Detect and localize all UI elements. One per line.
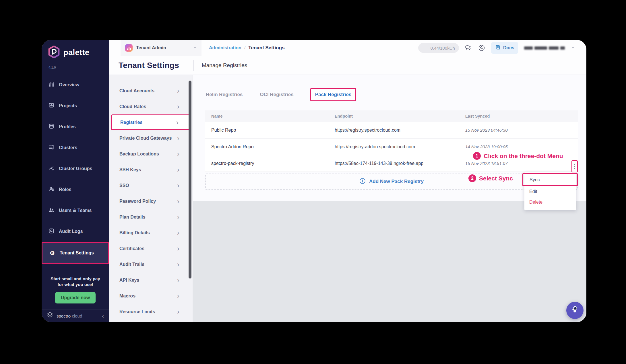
sidebar-item-label: Cluster Groups (59, 166, 92, 171)
docs-button[interactable]: Docs (491, 42, 518, 54)
topbar: Tenant Admin Administration / Tenant Set… (109, 40, 586, 56)
settings-item-registries[interactable]: Registries› (111, 114, 191, 130)
user-menu-chevron-icon[interactable] (571, 45, 575, 51)
docs-label: Docs (503, 45, 514, 50)
scope-label: Tenant Admin (136, 45, 189, 50)
promo-line1: Start small and only pay (42, 276, 109, 282)
settings-item-label: SSH Keys (119, 167, 141, 172)
settings-item-audit-trails[interactable]: Audit Trails› (111, 256, 191, 272)
credits-meter: 0.44/100kCh (418, 43, 459, 53)
step-2-text: Select Sync (479, 175, 513, 182)
step-1-text: Click on the three-dot Menu (484, 153, 563, 159)
settings-item-sso[interactable]: SSO› (111, 178, 191, 193)
settings-item-label: Macros (119, 293, 135, 299)
sidebar-item-tenant-settings[interactable]: ⚙ Tenant Settings (42, 242, 109, 264)
chevron-right-icon: › (177, 277, 179, 284)
step-1-badge: 1 (473, 152, 481, 160)
settings-item-backup-locations[interactable]: Backup Locations› (111, 146, 191, 162)
page-header: Tenant Settings Manage Registries (109, 56, 586, 75)
chevron-right-icon: › (177, 308, 179, 315)
cluster-groups-icon (49, 165, 54, 172)
registry-endpoint: https://registry-addon.spectrocloud.com (335, 144, 465, 149)
sidebar-item-roles[interactable]: Roles (42, 179, 109, 200)
add-new-pack-registry-button[interactable]: Add New Pack Registry (205, 174, 578, 190)
registry-last-synced: 15 Nov 2023 18:51:07 (465, 161, 578, 166)
upgrade-now-button[interactable]: Upgrade now (55, 292, 96, 303)
tab-oci-registries[interactable]: OCI Registries (259, 89, 294, 100)
sidebar-item-label: Roles (59, 187, 71, 192)
breadcrumb-current: Tenant Settings (248, 45, 284, 51)
book-icon (495, 44, 501, 51)
chevron-right-icon: › (177, 214, 179, 221)
column-last-synced: Last Synced (465, 114, 578, 118)
settings-item-cloud-accounts[interactable]: Cloud Accounts› (111, 83, 191, 99)
step-2-badge: 2 (468, 174, 476, 182)
sidebar-item-overview[interactable]: Overview (42, 74, 109, 95)
pack-registries-table: Name Endpoint Last Synced Public Repo ht… (205, 110, 578, 172)
chevron-right-icon: › (177, 198, 179, 205)
page-title: Tenant Settings (119, 61, 179, 70)
compass-icon[interactable] (478, 44, 485, 52)
settings-item-label: Cloud Accounts (119, 88, 154, 94)
menu-item-sync[interactable]: Sync (522, 173, 578, 186)
chat-icon[interactable] (465, 44, 472, 52)
settings-item-label: Private Cloud Gateways (119, 136, 172, 141)
chevron-right-icon: › (177, 293, 179, 299)
settings-item-cloud-rates[interactable]: Cloud Rates› (111, 99, 191, 114)
clusters-icon (49, 144, 54, 151)
sidebar-item-clusters[interactable]: Clusters (42, 137, 109, 158)
sidebar-nav: Overview Projects Profiles Clusters Clus… (42, 74, 109, 264)
breadcrumb: Administration / Tenant Settings (209, 45, 285, 51)
sidebar-item-label: Clusters (59, 145, 77, 150)
settings-item-private-cloud-gateways[interactable]: Private Cloud Gateways› (111, 130, 191, 146)
chevron-right-icon: › (176, 119, 179, 126)
settings-item-label: Audit Trails (119, 262, 144, 267)
page-background (193, 201, 586, 322)
settings-item-certificates[interactable]: Certificates› (111, 241, 191, 256)
assistant-fab-button[interactable] (566, 302, 584, 319)
registry-last-synced: 14 Nov 2023 19:00:05 (465, 144, 578, 149)
settings-item-api-keys[interactable]: API Keys› (111, 272, 191, 288)
breadcrumb-administration[interactable]: Administration (209, 45, 241, 50)
settings-item-ssh-keys[interactable]: SSH Keys› (111, 162, 191, 178)
sidebar-item-label: Profiles (59, 124, 76, 129)
sidebar-item-users-teams[interactable]: Users & Teams (42, 200, 109, 221)
table-row[interactable]: Public Repo https://registry.spectroclou… (205, 122, 578, 139)
registry-name: Spectro Addon Repo (211, 144, 335, 149)
settings-nav-scrollbar[interactable] (189, 81, 191, 279)
tab-pack-registries[interactable]: Pack Registries (310, 88, 356, 101)
title-divider (193, 60, 194, 71)
chevron-right-icon: › (177, 229, 179, 236)
profiles-stack-icon (49, 123, 54, 130)
settings-item-label: Certificates (119, 246, 144, 251)
topbar-actions: 0.44/100kCh Docs (418, 42, 586, 54)
row-context-menu: Sync Edit Delete (524, 172, 576, 210)
wordmark-secondary: cloud (72, 314, 82, 318)
sidebar-item-cluster-groups[interactable]: Cluster Groups (42, 158, 109, 179)
tab-helm-registries[interactable]: Helm Registries (205, 89, 243, 100)
menu-item-delete[interactable]: Delete (524, 197, 576, 207)
settings-item-password-policy[interactable]: Password Policy› (111, 193, 191, 209)
settings-item-resource-limits[interactable]: Resource Limits› (111, 304, 191, 320)
annotation-step-2: 2 Select Sync (468, 174, 513, 182)
overview-chart-icon (49, 81, 54, 88)
settings-item-macros[interactable]: Macros› (111, 288, 191, 304)
add-new-label: Add New Pack Registry (369, 179, 424, 184)
settings-item-billing-details[interactable]: Billing Details› (111, 225, 191, 241)
collapse-sidebar-icon[interactable]: ‹ (102, 313, 104, 319)
app-version: 4.1.9 (49, 66, 109, 69)
menu-item-edit[interactable]: Edit (524, 186, 576, 197)
annotation-step-1: 1 Click on the three-dot Menu (473, 152, 563, 160)
user-account-redacted[interactable] (524, 46, 565, 50)
sidebar-item-profiles[interactable]: Profiles (42, 116, 109, 137)
three-dot-menu-icon[interactable] (571, 160, 578, 172)
plus-circle-icon (359, 178, 366, 185)
page-subtitle: Manage Registries (202, 62, 247, 69)
sidebar-item-audit-logs[interactable]: Audit Logs (42, 221, 109, 242)
registry-last-synced: 15 Nov 2023 04:46:30 (465, 128, 578, 133)
settings-item-plan-details[interactable]: Plan Details› (111, 209, 191, 225)
sidebar-item-projects[interactable]: Projects (42, 95, 109, 116)
content-row: Cloud Accounts› Cloud Rates› Registries›… (109, 75, 586, 322)
sidebar-item-label: Users & Teams (59, 208, 92, 213)
scope-selector[interactable]: Tenant Admin (121, 40, 201, 56)
